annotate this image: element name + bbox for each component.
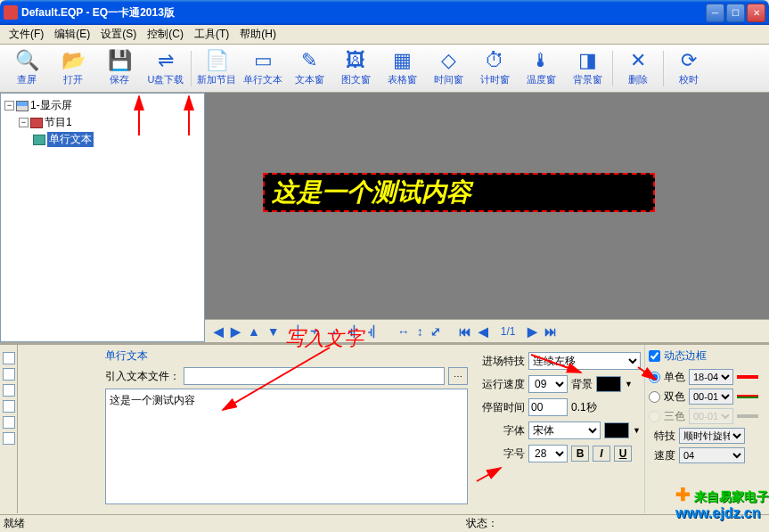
toolbar-icon: ⟳ — [678, 50, 699, 71]
border-speed-select[interactable]: 04 — [679, 447, 745, 463]
menu-item[interactable]: 编辑(E) — [49, 25, 95, 44]
led-preview[interactable]: 这是一个测试内容 — [263, 173, 655, 212]
strip-button[interactable] — [3, 432, 15, 445]
align-left-icon[interactable]: ⎸⫟ — [296, 323, 323, 339]
expand-v-icon[interactable]: ↕ — [415, 324, 425, 339]
toolbar-新加节目[interactable]: 📄新加节目 — [193, 46, 240, 91]
statusbar: 就绪 状态： — [0, 514, 769, 532]
canvas-view[interactable]: 这是一个测试内容 — [205, 93, 769, 319]
color-preview — [737, 375, 758, 379]
tree-panel[interactable]: − 1-显示屏 − 节目1 单行文本 — [0, 93, 205, 342]
bg-color-swatch[interactable] — [596, 376, 621, 392]
toolbar-label: 表格窗 — [388, 73, 417, 86]
font-color-swatch[interactable] — [604, 422, 629, 438]
animation-properties: 进场特技 连续左移 运行速度 09 背景 ▼ 停留时间 0.1秒 字体 宋体 ▼… — [475, 345, 644, 513]
toolbar-校时[interactable]: ⟳校时 — [666, 46, 712, 91]
minimize-button[interactable]: ─ — [706, 4, 724, 22]
align-justify-icon[interactable]: ⫞⎸ — [365, 324, 381, 339]
menu-item[interactable]: 设置(S) — [95, 25, 142, 44]
toolbar-label: 删除 — [628, 73, 648, 86]
app-icon — [4, 5, 18, 20]
content-textarea[interactable]: 这是一个测试内容 — [105, 389, 468, 504]
toolbar-separator — [612, 51, 613, 86]
toolbar-label: 文本窗 — [295, 73, 324, 86]
bg-label: 背景 — [571, 377, 593, 392]
toolbar-删除[interactable]: ✕删除 — [615, 46, 661, 91]
strip-button[interactable] — [3, 368, 15, 381]
first-page-icon[interactable]: ⏮ — [457, 324, 473, 339]
menu-item[interactable]: 工具(T) — [189, 25, 234, 44]
single-color-label: 单色 — [664, 370, 685, 385]
close-button[interactable]: ✕ — [747, 4, 765, 22]
tree-root-label: 1-显示屏 — [30, 98, 72, 113]
double-color-radio[interactable] — [649, 391, 660, 403]
toolbar-背景窗[interactable]: ◨背景窗 — [564, 46, 610, 91]
toolbar-时间窗[interactable]: ◇时间窗 — [425, 46, 471, 91]
underline-button[interactable]: U — [614, 446, 632, 462]
toolbar-icon: 💾 — [109, 50, 130, 71]
browse-button[interactable]: ⋯ — [448, 367, 468, 385]
nav-down-icon[interactable]: ▼ — [266, 324, 282, 339]
expand-h-icon[interactable]: ↔ — [396, 324, 412, 339]
properties-panel: 单行文本 引入文本文件： ⋯ 这是一个测试内容 进场特技 连续左移 运行速度 0… — [0, 342, 769, 513]
nav-right-icon[interactable]: ▶ — [229, 324, 242, 339]
bold-button[interactable]: B — [571, 446, 589, 462]
toolbar-label: 单行文本 — [243, 73, 282, 86]
maximize-button[interactable]: ☐ — [726, 4, 745, 22]
strip-button[interactable] — [3, 416, 15, 429]
toolbar: 🔍查屏📂打开💾保存⇌U盘下载📄新加节目▭单行文本✎文本窗🖼图文窗▦表格窗◇时间窗… — [0, 45, 769, 93]
toolbar-保存[interactable]: 💾保存 — [96, 46, 143, 91]
dynamic-border-checkbox[interactable] — [649, 350, 660, 362]
border-effect-select[interactable]: 顺时针旋转 — [679, 428, 745, 444]
program-icon — [30, 118, 43, 128]
menu-item[interactable]: 控制(C) — [142, 25, 189, 44]
toolbar-计时窗[interactable]: ⏱计时窗 — [471, 46, 518, 91]
triple-color-select: 00-01 — [689, 408, 733, 424]
expand-all-icon[interactable]: ⤢ — [429, 324, 443, 339]
align-right-icon[interactable]: ⫞⎸ — [346, 324, 362, 339]
single-color-radio[interactable] — [649, 372, 660, 383]
screen-icon — [16, 101, 29, 111]
toolbar-U盘下载[interactable]: ⇌U盘下载 — [143, 46, 189, 91]
watermark: ✚ 来自易家电子 www.ejdz.cn — [675, 484, 769, 521]
effect-select[interactable]: 连续左移 — [528, 352, 641, 370]
strip-button[interactable] — [3, 400, 15, 413]
strip-button[interactable] — [3, 384, 15, 397]
toolbar-打开[interactable]: 📂打开 — [50, 46, 96, 91]
collapse-icon[interactable]: − — [19, 118, 29, 127]
import-file-input[interactable] — [184, 367, 445, 385]
strip-button[interactable] — [3, 352, 15, 364]
toolbar-图文窗[interactable]: 🖼图文窗 — [332, 46, 379, 91]
next-page-icon[interactable]: ▶ — [526, 324, 539, 339]
size-select[interactable]: 28 — [528, 445, 568, 462]
size-label: 字号 — [479, 446, 525, 462]
toolbar-表格窗[interactable]: ▦表格窗 — [379, 46, 425, 91]
menu-item[interactable]: 帮助(H) — [234, 25, 282, 44]
single-color-select[interactable]: 18-04 — [689, 369, 733, 385]
toolbar-单行文本[interactable]: ▭单行文本 — [240, 46, 286, 91]
toolbar-文本窗[interactable]: ✎文本窗 — [286, 46, 332, 91]
italic-button[interactable]: I — [593, 446, 610, 462]
toolbar-label: 温度窗 — [527, 73, 556, 86]
speed-select[interactable]: 09 — [528, 375, 568, 393]
align-center-icon[interactable]: ⫠ — [326, 324, 342, 339]
collapse-icon[interactable]: − — [4, 101, 14, 110]
tree-text-item[interactable]: 单行文本 — [4, 131, 200, 148]
prev-page-icon[interactable]: ◀ — [477, 324, 490, 339]
last-page-icon[interactable]: ⏭ — [543, 324, 559, 339]
menu-item[interactable]: 文件(F) — [4, 25, 49, 44]
font-label: 字体 — [479, 423, 525, 438]
nav-left-icon[interactable]: ◀ — [212, 324, 225, 339]
tree-program[interactable]: − 节目1 — [4, 114, 200, 131]
toolbar-label: 校时 — [679, 73, 699, 86]
stay-unit: 0.1秒 — [571, 400, 597, 415]
font-select[interactable]: 宋体 — [528, 422, 601, 439]
stay-input[interactable] — [528, 398, 568, 416]
toolbar-温度窗[interactable]: 🌡温度窗 — [518, 46, 564, 91]
toolbar-separator — [663, 51, 664, 86]
nav-up-icon[interactable]: ▲ — [246, 324, 262, 339]
tree-root[interactable]: − 1-显示屏 — [4, 97, 200, 114]
toolbar-查屏[interactable]: 🔍查屏 — [4, 46, 50, 91]
toolbar-icon: ✕ — [627, 50, 649, 71]
double-color-select[interactable]: 00-01 — [689, 389, 733, 405]
